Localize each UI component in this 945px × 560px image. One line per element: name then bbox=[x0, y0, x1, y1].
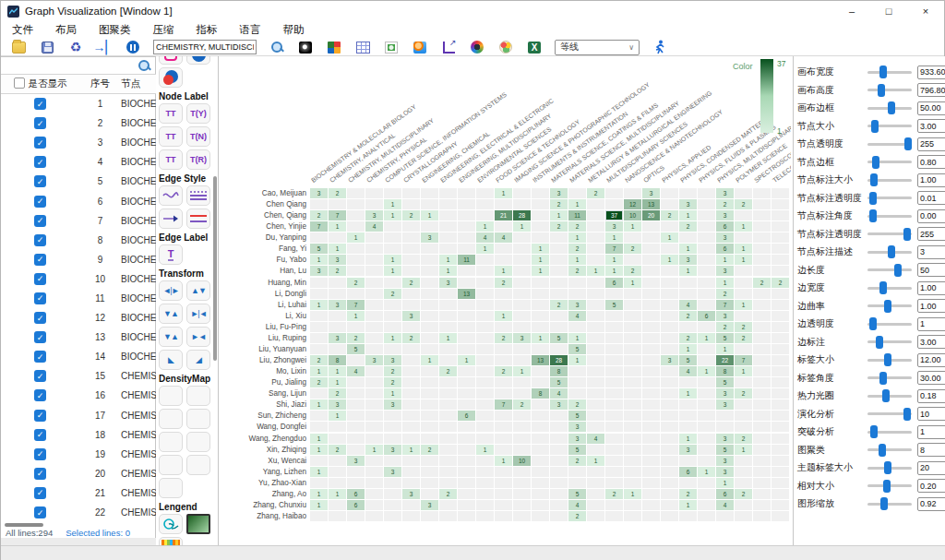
heatmap-cell[interactable]: 7 bbox=[716, 300, 734, 310]
heatmap-cell[interactable] bbox=[365, 377, 383, 387]
slider-value[interactable]: 0.01 bbox=[917, 191, 945, 205]
heatmap-cell[interactable] bbox=[550, 500, 568, 510]
table-row[interactable]: ✓22CHEMIS bbox=[1, 503, 156, 522]
heatmap-cell[interactable]: 1 bbox=[568, 355, 586, 365]
heatmap-cell[interactable] bbox=[532, 377, 549, 387]
heatmap-cell[interactable] bbox=[458, 467, 475, 477]
slider-value[interactable]: 0.92 bbox=[917, 497, 945, 511]
heatmap-cell[interactable] bbox=[624, 500, 641, 510]
heatmap-cell[interactable] bbox=[439, 289, 457, 299]
heatmap-cell[interactable] bbox=[365, 266, 383, 276]
heatmap-cell[interactable] bbox=[384, 500, 401, 510]
row-checkbox[interactable]: ✓ bbox=[34, 410, 46, 422]
heatmap-cell[interactable] bbox=[402, 366, 420, 376]
table-row[interactable]: ✓18CHEMIS bbox=[1, 425, 156, 445]
heatmap-cell[interactable]: 1 bbox=[679, 434, 697, 444]
heatmap-cell[interactable] bbox=[384, 188, 401, 198]
heatmap-cell[interactable] bbox=[624, 411, 641, 421]
heatmap-cell[interactable] bbox=[476, 434, 494, 444]
heatmap-cell[interactable] bbox=[439, 377, 457, 387]
heatmap-cell[interactable] bbox=[421, 278, 438, 288]
heatmap-cell[interactable] bbox=[698, 500, 715, 510]
heatmap-cell[interactable] bbox=[476, 300, 494, 310]
heatmap-cell[interactable] bbox=[550, 278, 568, 288]
heatmap-cell[interactable] bbox=[698, 456, 715, 466]
slider-track[interactable] bbox=[867, 484, 912, 487]
heatmap-cell[interactable] bbox=[329, 456, 346, 466]
slider-thumb[interactable] bbox=[884, 353, 891, 366]
heatmap-cell[interactable]: 1 bbox=[439, 333, 457, 343]
heatmap-cell[interactable]: 1 bbox=[698, 467, 715, 477]
heatmap-cell[interactable] bbox=[698, 377, 715, 387]
slider-value[interactable]: 255 bbox=[917, 137, 945, 151]
heatmap-cell[interactable] bbox=[365, 489, 383, 499]
heatmap-cell[interactable] bbox=[587, 344, 604, 354]
heatmap-cell[interactable] bbox=[624, 456, 641, 466]
heatmap-cell[interactable] bbox=[476, 489, 494, 499]
heatmap-cell[interactable]: 2 bbox=[568, 266, 586, 276]
heatmap-cell[interactable]: 7 bbox=[495, 399, 512, 410]
heatmap-cell[interactable] bbox=[772, 445, 789, 455]
heatmap-cell[interactable]: 4 bbox=[365, 221, 383, 232]
densitymap-pale-blue-button[interactable] bbox=[159, 432, 183, 452]
heatmap-cell[interactable]: 37 bbox=[605, 210, 623, 220]
slider-track[interactable] bbox=[867, 215, 912, 218]
heatmap-cell[interactable] bbox=[310, 322, 328, 332]
heatmap-cell[interactable] bbox=[587, 278, 604, 288]
heatmap-cell[interactable] bbox=[402, 232, 420, 243]
heatmap-cell[interactable]: 1 bbox=[605, 255, 623, 265]
heatmap-cell[interactable]: 1 bbox=[402, 445, 420, 455]
edge-label-t-button[interactable]: T bbox=[159, 244, 183, 265]
heatmap-cell[interactable]: 3 bbox=[347, 456, 365, 466]
heatmap-cell[interactable]: 2 bbox=[624, 266, 641, 276]
heatmap-cell[interactable]: 3 bbox=[605, 221, 623, 232]
heatmap-cell[interactable]: 2 bbox=[421, 445, 438, 455]
heatmap-cell[interactable] bbox=[587, 366, 604, 376]
heatmap-cell[interactable]: 5 bbox=[550, 377, 568, 387]
slider-value[interactable]: 255 bbox=[917, 227, 945, 241]
heatmap-cell[interactable]: 3 bbox=[329, 300, 346, 310]
heatmap-cell[interactable] bbox=[384, 422, 401, 432]
heatmap-cell[interactable] bbox=[624, 344, 641, 354]
heatmap-cell[interactable] bbox=[310, 344, 328, 354]
heatmap-cell[interactable]: 6 bbox=[716, 221, 734, 232]
heatmap-cell[interactable] bbox=[587, 377, 604, 387]
heatmap-cell[interactable] bbox=[365, 422, 383, 432]
heatmap-cell[interactable] bbox=[495, 511, 512, 521]
heatmap-cell[interactable] bbox=[753, 489, 771, 499]
heatmap-cell[interactable] bbox=[679, 377, 697, 387]
heatmap-cell[interactable] bbox=[458, 511, 475, 521]
heatmap-cell[interactable] bbox=[550, 422, 568, 432]
heatmap-cell[interactable] bbox=[550, 445, 568, 455]
heatmap-cell[interactable]: 1 bbox=[384, 199, 401, 209]
heatmap-cell[interactable]: 3 bbox=[365, 210, 383, 220]
heatmap-cell[interactable] bbox=[458, 478, 475, 488]
heatmap-cell[interactable]: 2 bbox=[568, 511, 586, 521]
heatmap-cell[interactable]: 1 bbox=[329, 221, 346, 232]
flip-horizontal-button[interactable]: ►◄ bbox=[186, 327, 210, 347]
row-checkbox[interactable]: ✓ bbox=[34, 448, 46, 460]
heatmap-cell[interactable] bbox=[458, 221, 475, 232]
heatmap-cell[interactable] bbox=[421, 344, 438, 354]
heatmap-cell[interactable] bbox=[679, 188, 697, 198]
node-label-tt-button[interactable]: TT bbox=[159, 103, 183, 124]
heatmap-cell[interactable] bbox=[605, 199, 623, 209]
heatmap-cell[interactable] bbox=[587, 244, 604, 254]
slider-thumb[interactable] bbox=[879, 66, 887, 78]
densitymap-blue-button[interactable] bbox=[159, 409, 183, 429]
heatmap-cell[interactable] bbox=[772, 210, 789, 220]
heatmap-cell[interactable] bbox=[587, 411, 604, 421]
heatmap-cell[interactable] bbox=[772, 355, 789, 365]
heatmap-cell[interactable] bbox=[772, 300, 789, 310]
slider-track[interactable] bbox=[867, 304, 912, 307]
slider-track[interactable] bbox=[867, 107, 912, 110]
table-row[interactable]: ✓11BIOCHE bbox=[1, 289, 156, 308]
heatmap-cell[interactable] bbox=[495, 377, 512, 387]
heatmap-cell[interactable]: 4 bbox=[679, 366, 697, 376]
heatmap-cell[interactable] bbox=[402, 456, 420, 466]
heatmap-cell[interactable] bbox=[347, 377, 365, 387]
heatmap-cell[interactable] bbox=[439, 355, 457, 365]
heatmap-cell[interactable] bbox=[365, 478, 383, 488]
heatmap-cell[interactable] bbox=[421, 478, 438, 488]
heatmap-cell[interactable] bbox=[439, 210, 457, 220]
